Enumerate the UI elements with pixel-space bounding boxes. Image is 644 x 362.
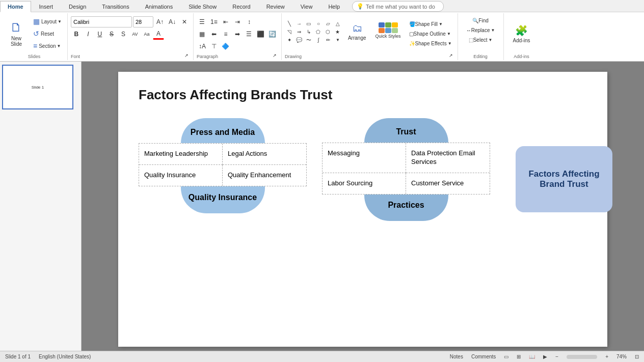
line-spacing-button[interactable]: ↕: [244, 16, 255, 27]
shape-outline-button[interactable]: ▢ Shape Outline ▼: [407, 30, 454, 38]
cell-quality-enhancement: Quality Enhancement: [223, 165, 306, 186]
status-bar: Slide 1 of 1 English (United States) Not…: [0, 351, 644, 362]
paragraph-dialog-button[interactable]: ↗: [271, 52, 278, 59]
font-dialog-button[interactable]: ↗: [183, 52, 190, 59]
tab-animations[interactable]: Animations: [138, 1, 180, 12]
view-reading-icon[interactable]: 📖: [529, 354, 535, 359]
notes-button[interactable]: Notes: [450, 354, 463, 359]
tab-view[interactable]: View: [293, 1, 320, 12]
text-direction-button[interactable]: ↕A: [197, 41, 208, 52]
clear-format-button[interactable]: ✕: [179, 16, 190, 27]
comments-button[interactable]: Comments: [471, 354, 496, 359]
shape-bent-arrow-icon[interactable]: ↳: [304, 28, 313, 36]
zoom-bar[interactable]: [567, 355, 597, 359]
bold-button[interactable]: B: [71, 29, 82, 40]
convert-to-smartart-button[interactable]: 🔷: [220, 41, 231, 52]
shape-callout-icon[interactable]: 💬: [294, 36, 304, 44]
tab-record[interactable]: Record: [225, 1, 258, 12]
press-media-shape[interactable]: Press and Media: [181, 118, 265, 143]
font-size-input[interactable]: 28: [133, 16, 153, 27]
shape-right-tri-icon[interactable]: ◹: [285, 28, 294, 36]
numbering-button[interactable]: 1≡: [208, 16, 220, 27]
factors-box[interactable]: Factors Affecting Brand Trust: [516, 146, 612, 212]
cell-quality-insurance: Quality Insurance: [139, 165, 223, 186]
arrange-button[interactable]: 🗂 Arrange: [344, 20, 370, 43]
section-button[interactable]: ≡ Section ▼: [31, 40, 64, 51]
zoom-in-icon[interactable]: +: [605, 354, 608, 359]
bullets-button[interactable]: ☰: [197, 16, 208, 27]
slide-thumbnail[interactable]: Slide 1: [2, 65, 73, 109]
decrease-indent-button[interactable]: ⇤: [220, 16, 231, 27]
section-label: Section: [39, 43, 56, 49]
new-slide-button[interactable]: 🗋 NewSlide: [4, 18, 29, 49]
group-slides: 🗋 NewSlide ▦ Layout ▼ ↺ Reset ≡: [1, 13, 68, 60]
decrease-font-button[interactable]: A↓: [167, 16, 178, 27]
align-left-button[interactable]: ⬅: [208, 29, 220, 40]
select-button[interactable]: ⬚ Select ▼: [466, 36, 495, 44]
add-columns-button[interactable]: ▦: [197, 29, 208, 40]
tab-design[interactable]: Design: [61, 1, 94, 12]
slides-group-label: Slides: [28, 53, 41, 59]
practices-shape[interactable]: Practices: [364, 194, 448, 221]
shape-pentagon-icon[interactable]: ⬠: [314, 28, 323, 36]
align-center-button[interactable]: ≡: [220, 29, 231, 40]
replace-button[interactable]: ↔ Replace ▼: [464, 26, 498, 35]
italic-button[interactable]: I: [83, 29, 94, 40]
char-spacing-button[interactable]: AV: [129, 29, 141, 40]
view-slide-sorter-icon[interactable]: ⊞: [517, 354, 521, 359]
shape-curve-icon[interactable]: ∫: [314, 36, 323, 44]
find-button[interactable]: 🔍 Find: [470, 16, 491, 25]
view-presentation-icon[interactable]: ▶: [543, 354, 547, 359]
layout-button[interactable]: ▦ Layout ▼: [31, 16, 64, 27]
font-name-input[interactable]: Calibri: [71, 16, 132, 27]
cell-labor-sourcing: Labor Sourcing: [323, 173, 406, 194]
align-text-button[interactable]: ⊤: [208, 41, 220, 52]
tab-slideshow[interactable]: Slide Show: [181, 1, 224, 12]
justify-button[interactable]: ☰: [244, 29, 255, 40]
trust-shape[interactable]: Trust: [364, 118, 448, 143]
tell-me-box[interactable]: 💡 Tell me what you want to do: [352, 1, 444, 12]
tab-help[interactable]: Help: [320, 1, 347, 12]
increase-font-button[interactable]: A↑: [154, 16, 166, 27]
quality-insurance-shape[interactable]: Quality Insurance: [181, 186, 265, 213]
smart-art-button[interactable]: ⬛: [255, 29, 266, 40]
shape-line-icon[interactable]: ╲: [285, 20, 294, 28]
tab-home[interactable]: Home: [0, 1, 31, 12]
shape-freeform-icon[interactable]: ✏: [324, 36, 333, 44]
slide[interactable]: Factors Affecting Brands Trust Press and…: [118, 72, 607, 347]
select-label: Select: [473, 37, 488, 43]
shape-rect-icon[interactable]: ▭: [304, 20, 313, 28]
align-right-button[interactable]: ➡: [232, 29, 243, 40]
shape-hex-icon[interactable]: ⬡: [324, 28, 333, 36]
drawing-dialog-button[interactable]: ↗: [447, 52, 454, 59]
find-icon: 🔍: [472, 18, 478, 23]
fit-slide-icon[interactable]: ⊡: [635, 354, 639, 359]
case-button[interactable]: Aa: [141, 29, 152, 40]
shape-fill-button[interactable]: 🪣 Shape Fill ▼: [407, 20, 454, 29]
shadow-button[interactable]: S: [118, 29, 129, 40]
increase-indent-button[interactable]: ⇥: [232, 16, 243, 27]
shape-effects-button[interactable]: ✨ Shape Effects ▼: [407, 39, 454, 48]
reset-button[interactable]: ↺ Reset: [31, 28, 64, 39]
view-normal-icon[interactable]: ▭: [504, 354, 508, 359]
shape-right-arrow-icon[interactable]: ⇒: [294, 28, 304, 36]
underline-button[interactable]: U: [94, 29, 105, 40]
shape-circle-icon[interactable]: ○: [314, 20, 323, 28]
cell-data-protection: Data Protection Email Services: [406, 143, 490, 173]
quick-styles-button[interactable]: Quick Styles: [372, 20, 405, 42]
shape-4star-icon[interactable]: ✦: [285, 36, 294, 44]
tab-transitions[interactable]: Transitions: [94, 1, 137, 12]
shape-more-icon[interactable]: ▼: [333, 36, 342, 44]
strikethrough-button[interactable]: S: [106, 29, 117, 40]
shape-star-icon[interactable]: ★: [333, 28, 342, 36]
zoom-out-icon[interactable]: −: [555, 354, 558, 359]
convert-smartart-button[interactable]: 🔄: [267, 29, 278, 40]
shape-parallelogram-icon[interactable]: ▱: [324, 20, 333, 28]
tab-review[interactable]: Review: [259, 1, 292, 12]
tab-insert[interactable]: Insert: [32, 1, 61, 12]
add-ins-button[interactable]: 🧩 Add-ins: [509, 22, 534, 46]
font-color-button[interactable]: A: [153, 29, 164, 40]
shape-triangle-icon[interactable]: △: [333, 20, 342, 28]
shape-arrow-icon[interactable]: →: [294, 20, 304, 28]
shape-wave-icon[interactable]: 〜: [304, 36, 313, 44]
